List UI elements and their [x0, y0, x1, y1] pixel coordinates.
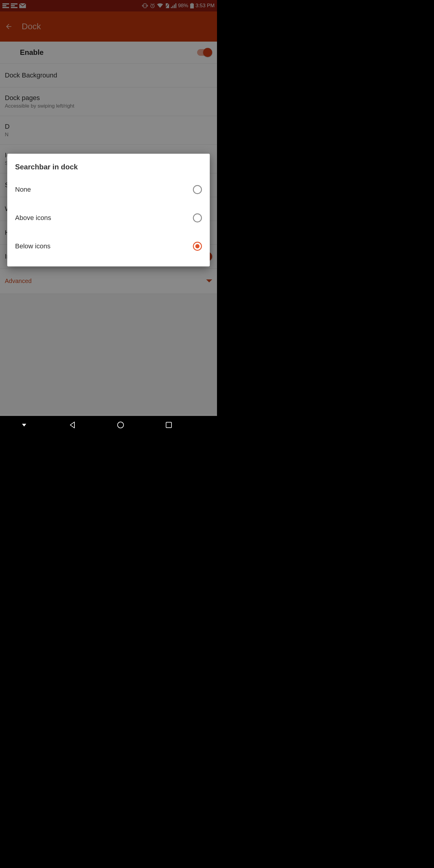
- dialog-searchbar-in-dock: Searchbar in dock None Above icons Below…: [7, 154, 210, 267]
- option-below-icons[interactable]: Below icons: [7, 232, 210, 260]
- nav-recent-icon: [165, 421, 173, 429]
- dialog-title: Searchbar in dock: [7, 163, 210, 176]
- radio-unchecked-icon: [193, 213, 202, 222]
- option-above-icons[interactable]: Above icons: [7, 204, 210, 232]
- option-label: Below icons: [15, 242, 50, 250]
- svg-point-10: [118, 422, 124, 428]
- triangle-down-icon: [22, 424, 26, 427]
- nav-menu[interactable]: [6, 424, 42, 427]
- option-none[interactable]: None: [7, 176, 210, 204]
- screen: 98% 3:53 PM Dock Enable Dock Background …: [0, 0, 217, 434]
- nav-home-icon: [117, 421, 124, 429]
- nav-bar: [0, 416, 217, 434]
- radio-unchecked-icon: [193, 185, 202, 194]
- option-label: Above icons: [15, 214, 51, 222]
- option-label: None: [15, 186, 31, 193]
- radio-checked-icon: [193, 242, 202, 251]
- nav-back-icon: [68, 421, 76, 429]
- nav-recent[interactable]: [151, 421, 187, 429]
- svg-rect-11: [166, 422, 172, 428]
- nav-back[interactable]: [54, 421, 90, 429]
- nav-home[interactable]: [102, 421, 138, 429]
